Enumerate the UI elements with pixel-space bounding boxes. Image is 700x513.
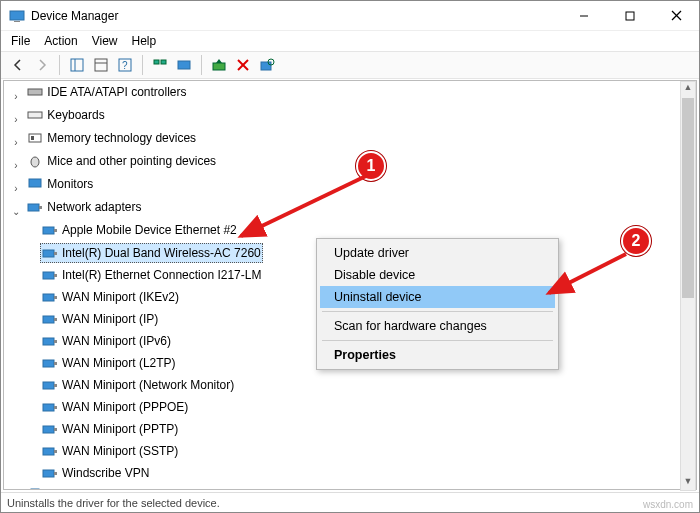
network-device-item[interactable]: WAN Miniport (PPPOE) — [40, 398, 190, 416]
network-adapter-icon — [42, 245, 58, 261]
svg-rect-36 — [43, 316, 54, 323]
expand-icon[interactable]: › — [10, 88, 22, 106]
view-devices-by-connection-button[interactable] — [173, 54, 195, 76]
category-keyboards[interactable]: Keyboards — [25, 106, 106, 124]
network-device-item[interactable]: WAN Miniport (PPTP) — [40, 420, 180, 438]
category-monitors[interactable]: Monitors — [25, 175, 95, 193]
svg-rect-42 — [43, 382, 54, 389]
svg-rect-32 — [43, 272, 54, 279]
status-text: Uninstalls the driver for the selected d… — [7, 497, 220, 509]
ctx-separator — [322, 311, 553, 312]
properties-button[interactable] — [90, 54, 112, 76]
ctx-properties[interactable]: Properties — [320, 344, 555, 366]
svg-rect-35 — [54, 296, 57, 299]
show-hide-tree-button[interactable] — [66, 54, 88, 76]
network-device-item[interactable]: Windscribe VPN — [40, 464, 151, 482]
svg-rect-33 — [54, 274, 57, 277]
monitor-icon — [27, 176, 43, 192]
svg-rect-50 — [43, 470, 54, 477]
svg-rect-43 — [54, 384, 57, 387]
network-device-item[interactable]: WAN Miniport (IPv6) — [40, 332, 173, 350]
ctx-disable-device[interactable]: Disable device — [320, 264, 555, 286]
maximize-button[interactable] — [607, 1, 653, 31]
svg-rect-29 — [54, 229, 57, 232]
device-label: WAN Miniport (PPTP) — [62, 420, 178, 438]
network-adapter-icon — [42, 465, 58, 481]
network-adapter-icon — [42, 289, 58, 305]
network-device-item[interactable]: Intel(R) Dual Band Wireless-AC 7260 — [40, 243, 263, 263]
scroll-down-icon[interactable]: ▼ — [681, 476, 695, 490]
svg-rect-14 — [178, 61, 190, 69]
device-label: WAN Miniport (SSTP) — [62, 442, 178, 460]
svg-rect-52 — [31, 489, 39, 490]
svg-rect-49 — [54, 450, 57, 453]
menu-action[interactable]: Action — [44, 34, 77, 48]
window-title: Device Manager — [31, 9, 118, 23]
svg-rect-27 — [39, 206, 42, 209]
menu-bar: File Action View Help — [1, 31, 699, 51]
device-label: WAN Miniport (PPPOE) — [62, 398, 188, 416]
svg-rect-1 — [14, 21, 20, 22]
network-device-item[interactable]: Intel(R) Ethernet Connection I217-LM — [40, 266, 263, 284]
svg-rect-25 — [29, 179, 41, 187]
network-adapter-icon — [42, 399, 58, 415]
expand-icon[interactable]: › — [10, 180, 22, 198]
portable-device-icon — [27, 487, 43, 490]
ctx-update-driver[interactable]: Update driver — [320, 242, 555, 264]
minimize-button[interactable] — [561, 1, 607, 31]
network-adapter-icon — [27, 199, 43, 215]
svg-rect-34 — [43, 294, 54, 301]
watermark: wsxdn.com — [643, 499, 693, 510]
svg-text:?: ? — [122, 60, 128, 71]
help-button[interactable]: ? — [114, 54, 136, 76]
menu-view[interactable]: View — [92, 34, 118, 48]
expand-icon[interactable]: › — [10, 157, 22, 175]
network-device-item[interactable]: WAN Miniport (L2TP) — [40, 354, 178, 372]
category-portable-devices[interactable]: Portable Devices — [25, 486, 140, 490]
annotation-badge-2: 2 — [621, 226, 651, 256]
svg-rect-38 — [43, 338, 54, 345]
category-memory[interactable]: Memory technology devices — [25, 129, 198, 147]
category-ide[interactable]: IDE ATA/ATAPI controllers — [25, 83, 188, 101]
svg-rect-30 — [43, 250, 54, 257]
ctx-scan-hardware[interactable]: Scan for hardware changes — [320, 315, 555, 337]
category-mice[interactable]: Mice and other pointing devices — [25, 152, 218, 170]
forward-button[interactable] — [31, 54, 53, 76]
network-adapter-icon — [42, 222, 58, 238]
expand-icon[interactable]: › — [10, 111, 22, 129]
update-driver-button[interactable] — [208, 54, 230, 76]
svg-rect-41 — [54, 362, 57, 365]
device-label: Apple Mobile Device Ethernet #2 — [62, 221, 237, 239]
network-adapter-icon — [42, 333, 58, 349]
svg-point-24 — [31, 157, 39, 167]
uninstall-device-button[interactable] — [232, 54, 254, 76]
scroll-thumb[interactable] — [682, 98, 694, 298]
network-device-item[interactable]: WAN Miniport (IP) — [40, 310, 160, 328]
device-label: Windscribe VPN — [62, 464, 149, 482]
network-device-item[interactable]: WAN Miniport (SSTP) — [40, 442, 180, 460]
svg-rect-44 — [43, 404, 54, 411]
network-device-item[interactable]: WAN Miniport (IKEv2) — [40, 288, 181, 306]
svg-rect-6 — [71, 59, 83, 71]
expand-icon[interactable]: › — [10, 134, 22, 152]
ctx-uninstall-device[interactable]: Uninstall device — [320, 286, 555, 308]
svg-rect-37 — [54, 318, 57, 321]
menu-file[interactable]: File — [11, 34, 30, 48]
menu-help[interactable]: Help — [132, 34, 157, 48]
svg-rect-23 — [31, 136, 34, 140]
back-button[interactable] — [7, 54, 29, 76]
svg-rect-31 — [54, 252, 57, 255]
device-label: WAN Miniport (Network Monitor) — [62, 376, 234, 394]
close-button[interactable] — [653, 1, 699, 31]
network-adapter-icon — [42, 377, 58, 393]
network-device-item[interactable]: Apple Mobile Device Ethernet #2 — [40, 221, 239, 239]
vertical-scrollbar[interactable]: ▲ ▼ — [680, 81, 696, 491]
scan-hardware-button[interactable] — [256, 54, 278, 76]
device-label: Intel(R) Dual Band Wireless-AC 7260 — [62, 244, 261, 262]
network-device-item[interactable]: WAN Miniport (Network Monitor) — [40, 376, 236, 394]
scroll-up-icon[interactable]: ▲ — [681, 82, 695, 96]
collapse-icon[interactable]: ⌄ — [10, 203, 22, 221]
category-network-adapters[interactable]: Network adapters — [25, 198, 143, 216]
view-devices-by-type-button[interactable] — [149, 54, 171, 76]
device-label: WAN Miniport (IP) — [62, 310, 158, 328]
